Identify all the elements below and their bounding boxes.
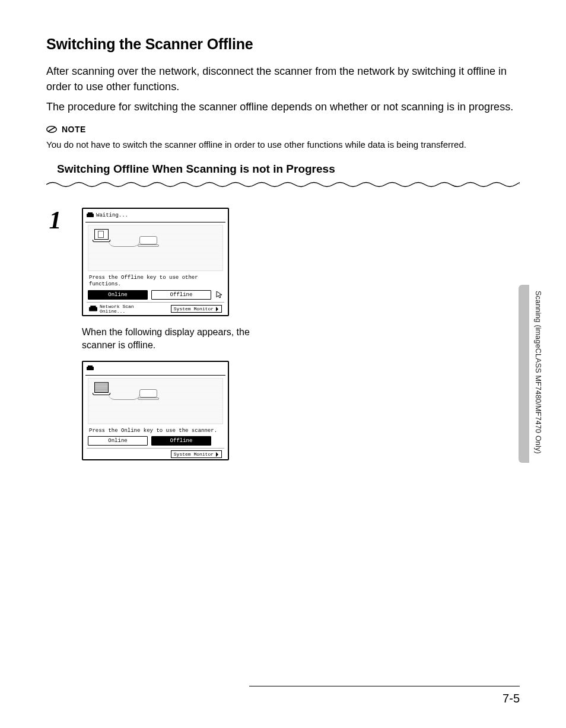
system-monitor-button[interactable]: System Monitor — [171, 450, 222, 458]
panel-footer-status: Network Scan Online... — [89, 304, 134, 314]
scanner-icon — [87, 365, 94, 371]
note-label: NOTE — [62, 125, 86, 134]
system-monitor-button[interactable]: System Monitor — [171, 305, 222, 313]
chevron-right-icon — [215, 452, 219, 457]
chevron-right-icon — [215, 307, 219, 311]
footer-line2: Online... — [100, 309, 134, 314]
subsection-heading: Switching Offline When Scanning is not i… — [57, 163, 520, 176]
scanner-icon — [89, 306, 97, 313]
system-monitor-label: System Monitor — [174, 306, 214, 311]
document-page: Switching the Scanner Offline After scan… — [0, 0, 566, 728]
scanner-icon — [87, 212, 94, 218]
step-caption: When the following display appears, the … — [82, 326, 266, 352]
lcd-panel-offline: Press the Online key to use the scanner.… — [82, 361, 229, 461]
section-heading: Switching the Scanner Offline — [46, 36, 520, 53]
cursor-icon — [216, 291, 223, 299]
online-button[interactable]: Online — [88, 290, 148, 300]
panel-instruction: Press the Offline key to use other funct… — [85, 274, 225, 290]
note-text: You do not have to switch the scanner of… — [46, 138, 520, 151]
system-monitor-label: System Monitor — [174, 452, 214, 457]
note-icon — [46, 124, 57, 135]
panel-instruction: Press the Online key to use the scanner. — [85, 427, 225, 437]
offline-button[interactable]: Offline — [151, 436, 211, 446]
svg-rect-5 — [90, 306, 96, 308]
lcd-panel-waiting: Waiting... Press the Offline key to use … — [82, 208, 229, 316]
chapter-side-tab — [519, 285, 529, 463]
panel-title: Waiting... — [96, 212, 128, 218]
intro-paragraph-1: After scanning over the network, disconn… — [46, 63, 520, 94]
panel-header — [85, 364, 225, 374]
step-1: 1 Waiting... Press the Offline key to us… — [46, 208, 520, 322]
intro-paragraph-2: The procedure for switching the scanner … — [46, 99, 520, 115]
offline-button[interactable]: Offline — [151, 290, 211, 300]
footer-rule — [249, 686, 520, 686]
svg-line-1 — [48, 128, 55, 132]
panel-illustration — [88, 378, 223, 424]
svg-rect-7 — [88, 365, 93, 367]
panel-illustration — [88, 225, 223, 271]
chapter-side-label: Scanning (imageCLASS MF7480/MF7470 Only) — [534, 291, 542, 454]
wave-divider — [46, 180, 520, 189]
page-number: 7-5 — [503, 692, 520, 705]
online-button[interactable]: Online — [88, 436, 148, 446]
panel-header: Waiting... — [85, 211, 225, 221]
step-number: 1 — [46, 208, 64, 233]
note-header: NOTE — [46, 124, 520, 135]
svg-rect-3 — [88, 212, 93, 214]
